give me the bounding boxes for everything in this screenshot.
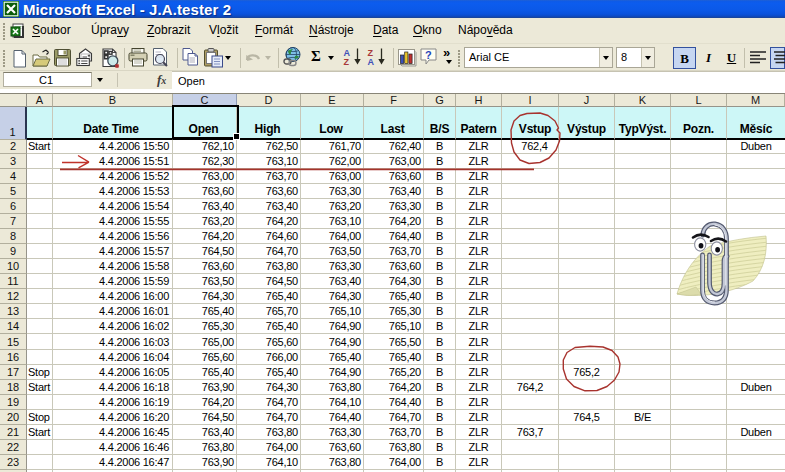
svg-text:Z: Z bbox=[368, 48, 374, 58]
svg-text:?: ? bbox=[425, 49, 432, 61]
svg-text:A: A bbox=[368, 57, 375, 67]
svg-text:Z: Z bbox=[344, 57, 350, 67]
svg-text:A: A bbox=[344, 48, 351, 58]
